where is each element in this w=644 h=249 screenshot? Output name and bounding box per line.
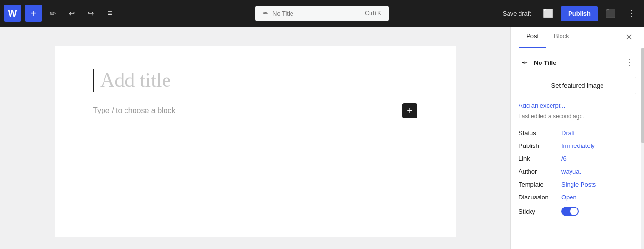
close-icon: ✕: [625, 32, 633, 42]
meta-author-row: Author wayua.: [519, 168, 636, 175]
sidebar-scrollbar[interactable]: [641, 27, 644, 249]
preview-icon: ⬜: [543, 8, 553, 19]
discussion-value[interactable]: Open: [561, 194, 577, 201]
preview-button[interactable]: ⬜: [540, 5, 557, 22]
meta-status-row: Status Draft: [519, 129, 636, 136]
post-title-row: ✒ No Title ⋮: [519, 56, 636, 69]
toggle-knob: [570, 208, 578, 215]
post-title-input[interactable]: Add title: [93, 69, 417, 92]
post-options-button[interactable]: ⋮: [623, 56, 636, 69]
sticky-label: Sticky: [519, 208, 561, 215]
pen-post-icon: ✒: [521, 58, 528, 67]
meta-discussion-row: Discussion Open: [519, 194, 636, 201]
status-label: Status: [519, 129, 561, 136]
meta-publish-row: Publish Immediately: [519, 142, 636, 149]
post-type-icon: ✒: [519, 57, 530, 68]
status-value[interactable]: Draft: [561, 129, 575, 136]
set-featured-image-button[interactable]: Set featured image: [519, 77, 636, 94]
sidebar-post-title: No Title: [534, 59, 619, 66]
template-label: Template: [519, 181, 561, 188]
toolbar-center: ✒ No Title Ctrl+K: [255, 6, 389, 21]
author-label: Author: [519, 168, 561, 175]
editor-area[interactable]: Add title Type / to choose a block +: [0, 27, 510, 249]
meta-template-row: Template Single Posts: [519, 181, 636, 188]
editor-canvas: Add title Type / to choose a block +: [55, 46, 456, 237]
sticky-toggle[interactable]: [561, 207, 579, 216]
ellipsis-icon: ⋮: [625, 57, 634, 68]
author-value[interactable]: wayua.: [561, 168, 581, 175]
main-area: Add title Type / to choose a block + Pos…: [0, 27, 644, 249]
redo-icon: ↪: [88, 9, 94, 18]
scrollbar-track: [641, 48, 644, 249]
sidebar-close-button[interactable]: ✕: [621, 27, 636, 48]
sidebar: Post Block ✕ ✒ No Title ⋮ Set featured i…: [510, 27, 644, 249]
settings-icon: ⬛: [605, 8, 616, 19]
wp-logo[interactable]: W: [4, 5, 21, 22]
block-placeholder-text: Type / to choose a block: [93, 106, 176, 115]
search-shortcut: Ctrl+K: [365, 10, 381, 17]
wordpress-icon: W: [8, 8, 17, 19]
redo-button[interactable]: ↪: [82, 5, 99, 22]
add-excerpt-link[interactable]: Add an excerpt...: [519, 102, 636, 109]
edit-button[interactable]: ✏: [44, 5, 61, 22]
meta-link-row: Link /6: [519, 155, 636, 162]
tab-block[interactable]: Block: [546, 27, 577, 48]
meta-sticky-row: Sticky: [519, 207, 636, 216]
more-options-button[interactable]: ⋮: [623, 5, 640, 22]
edit-icon: ✏: [50, 9, 56, 18]
more-icon: ⋮: [627, 8, 636, 19]
toolbar: W + ✏ ↩ ↪ ≡ ✒ No Title Ctrl+K Save draft…: [0, 0, 644, 27]
tab-post[interactable]: Post: [519, 27, 546, 48]
settings-button[interactable]: ⬛: [602, 5, 619, 22]
block-placeholder-row: Type / to choose a block +: [93, 103, 417, 118]
publish-button[interactable]: Publish: [561, 6, 598, 21]
pen-icon: ✒: [263, 10, 269, 17]
tools-icon: ≡: [107, 9, 112, 18]
link-label: Link: [519, 155, 561, 162]
scrollbar-thumb: [641, 48, 644, 143]
save-draft-button[interactable]: Save draft: [498, 7, 536, 20]
link-value[interactable]: /6: [561, 155, 567, 162]
add-block-inline-button[interactable]: +: [402, 103, 417, 118]
toolbar-right: Save draft ⬜ Publish ⬛ ⋮: [498, 5, 640, 22]
undo-icon: ↩: [69, 9, 75, 18]
discussion-label: Discussion: [519, 194, 561, 201]
tools-button[interactable]: ≡: [101, 5, 118, 22]
publish-label: Publish: [519, 142, 561, 149]
undo-button[interactable]: ↩: [63, 5, 80, 22]
publish-value[interactable]: Immediately: [561, 142, 595, 149]
sidebar-content: ✒ No Title ⋮ Set featured image Add an e…: [511, 48, 644, 249]
add-block-button[interactable]: +: [25, 5, 42, 22]
command-search[interactable]: ✒ No Title Ctrl+K: [255, 6, 389, 21]
search-placeholder: No Title: [272, 10, 293, 17]
template-value[interactable]: Single Posts: [561, 181, 596, 188]
last-edited-text: Last edited a second ago.: [519, 113, 636, 120]
sidebar-tabs: Post Block ✕: [511, 27, 644, 48]
